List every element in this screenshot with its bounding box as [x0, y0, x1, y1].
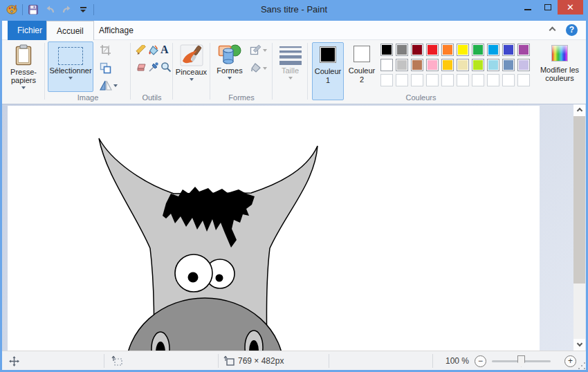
palette-swatch[interactable] [441, 59, 454, 71]
rotate-button[interactable] [100, 80, 118, 91]
magnifier-icon [160, 62, 172, 73]
tab-accueil[interactable]: Accueil [46, 21, 94, 40]
color-palette-row2 [380, 59, 533, 74]
pencil-button[interactable] [136, 45, 147, 56]
color1-button[interactable]: Couleur 1 [312, 42, 344, 100]
image-size-value: 769 × 482px [238, 356, 284, 366]
group-caption-image: Image [46, 93, 130, 102]
size-button[interactable]: Taille [275, 41, 306, 101]
color-picker-button[interactable] [148, 62, 159, 73]
chevron-down-icon [190, 78, 194, 81]
scroll-down-button[interactable] [573, 339, 585, 351]
crop-button[interactable] [100, 44, 111, 56]
resize-grip[interactable] [581, 365, 582, 366]
separator [432, 354, 433, 368]
separator [130, 43, 131, 100]
separator [329, 354, 329, 368]
shapes-button-label: Formes [217, 66, 242, 75]
zoom-slider[interactable] [492, 360, 551, 362]
brushes-button[interactable]: Pinceaux [175, 41, 208, 101]
palette-swatch[interactable] [457, 44, 469, 56]
resize-button[interactable] [100, 62, 111, 74]
palette-swatch[interactable] [487, 44, 499, 56]
palette-swatch[interactable] [472, 59, 484, 71]
palette-swatch[interactable] [396, 59, 408, 71]
maximize-button[interactable] [538, 0, 558, 15]
edit-colors-label: Modifier les couleurs [536, 66, 583, 82]
palette-swatch[interactable] [457, 59, 469, 71]
minimize-ribbon-icon[interactable] [547, 26, 557, 34]
donkey-drawing [8, 106, 540, 351]
tab-affichage[interactable]: Affichage [89, 21, 143, 40]
minimize-button[interactable] [517, 0, 538, 15]
palette-swatch[interactable] [517, 44, 530, 56]
separator [104, 354, 104, 368]
vertical-scrollbar[interactable] [573, 104, 585, 351]
palette-swatch[interactable] [411, 59, 423, 71]
clipboard-button[interactable]: Presse-papiers [6, 41, 42, 101]
palette-swatch[interactable] [426, 44, 439, 56]
zoom-controls: 100 % − + [445, 351, 576, 371]
text-tool-button[interactable]: A [160, 44, 169, 56]
palette-swatch-empty[interactable] [426, 74, 439, 86]
palette-swatch[interactable] [411, 44, 423, 56]
tab-fichier[interactable]: Fichier [8, 21, 52, 40]
select-button[interactable]: Sélectionner [48, 41, 93, 92]
group-taille: Taille [273, 40, 307, 104]
palette-swatch[interactable] [502, 44, 515, 56]
close-button[interactable]: ✕ [558, 0, 583, 15]
window-controls: ✕ [517, 0, 583, 15]
palette-swatch-empty[interactable] [380, 74, 393, 86]
shape-fill-button[interactable] [250, 62, 267, 73]
palette-swatch[interactable] [441, 44, 454, 56]
palette-swatch-empty[interactable] [457, 74, 469, 86]
zoom-in-button[interactable]: + [564, 355, 576, 367]
shapes-icon [218, 44, 241, 65]
color1-swatch [320, 46, 336, 63]
color2-button[interactable]: Couleur 2 [347, 42, 377, 100]
palette-swatch[interactable] [426, 59, 439, 71]
palette-swatch[interactable] [472, 44, 484, 56]
palette-swatch[interactable] [380, 59, 393, 71]
outline-icon [250, 44, 261, 55]
group-image: Sélectionner [46, 40, 130, 104]
palette-swatch-empty[interactable] [396, 74, 408, 86]
zoom-out-button[interactable]: − [475, 355, 486, 367]
color-palette-row1 [380, 44, 533, 59]
help-icon[interactable]: ? [566, 24, 578, 36]
palette-swatch[interactable] [396, 44, 408, 56]
palette-swatch-empty[interactable] [441, 74, 454, 86]
window-title: Sans titre - Paint [0, 4, 588, 15]
group-caption-outils: Outils [131, 93, 172, 102]
zoom-slider-thumb[interactable] [517, 355, 525, 367]
palette-swatch[interactable] [487, 59, 499, 71]
palette-swatch-empty[interactable] [487, 74, 499, 86]
shape-outline-button[interactable] [250, 44, 267, 55]
title-bar: Sans titre - Paint ✕ [0, 0, 588, 21]
edit-colors-button[interactable]: Modifier les couleurs [535, 42, 584, 100]
color2-label: Couleur 2 [347, 66, 377, 84]
clipboard-button-label: Presse-papiers [6, 68, 41, 84]
fill-button[interactable] [148, 45, 160, 56]
scrollbar-thumb[interactable] [573, 116, 585, 283]
eraser-button[interactable] [136, 62, 147, 73]
palette-swatch-empty[interactable] [411, 74, 423, 86]
paint-window: Sans titre - Paint ✕ Fichier Accueil Aff… [0, 0, 588, 372]
selection-size-icon [111, 355, 122, 366]
scroll-up-button[interactable] [573, 104, 585, 116]
magnifier-button[interactable] [160, 62, 172, 73]
resize-icon [100, 62, 111, 74]
palette-swatch-empty[interactable] [517, 74, 530, 86]
pencil-icon [136, 45, 147, 56]
shapes-button[interactable]: Formes [214, 41, 246, 92]
edit-colors-icon [551, 45, 568, 62]
palette-swatch-empty[interactable] [502, 74, 515, 86]
palette-swatch[interactable] [380, 44, 393, 56]
brush-icon [180, 44, 203, 66]
image-size-indicator: 769 × 482px [223, 351, 284, 371]
drawing-canvas[interactable] [8, 106, 540, 351]
palette-swatch-empty[interactable] [472, 74, 484, 86]
palette-swatch[interactable] [517, 59, 530, 71]
palette-swatch[interactable] [502, 59, 515, 71]
chevron-down-icon [263, 67, 267, 70]
